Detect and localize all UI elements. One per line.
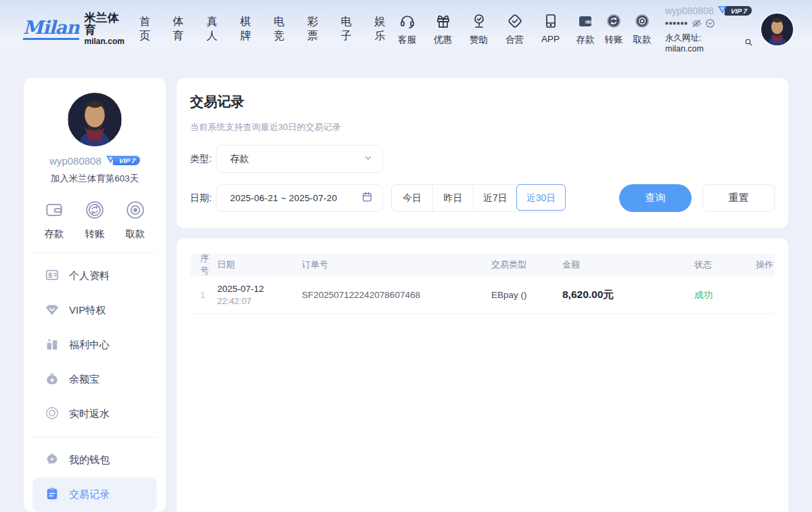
sidebar-item-label: 实时返水: [69, 408, 110, 421]
logo-script: Milan: [23, 18, 79, 40]
site-row: 永久网址: milan.com: [665, 33, 753, 54]
nav-cards[interactable]: 棋牌: [240, 15, 258, 43]
transactions-table-card: 序号 日期 订单号 交易类型 金额 状态 操作 1 2025-07-12 22:…: [177, 238, 788, 512]
medal-icon: [471, 13, 487, 32]
service-label: 合营: [505, 34, 524, 46]
sidebar-item-benefits[interactable]: 福利中心: [32, 328, 157, 362]
withdraw-button[interactable]: 取款: [629, 13, 656, 46]
range-7days-button[interactable]: 近7日: [473, 185, 517, 211]
sidebar: wyp080808 VIP 7 加入米兰体育第603天 存款 转账: [24, 78, 166, 512]
type-select-value: 存款: [230, 153, 363, 165]
chevron-down-icon: [363, 153, 373, 165]
gift-icon: [435, 13, 451, 32]
nav-live[interactable]: 真人: [206, 15, 225, 43]
avatar[interactable]: [761, 14, 793, 45]
deposit-button[interactable]: 存款: [572, 13, 599, 46]
page-subtitle: 当前系统支持查询最近30日的交易记录: [190, 121, 775, 133]
nav-slots[interactable]: 电子: [341, 15, 359, 43]
wallet-icon-group: 存款 转账 取款: [572, 13, 656, 46]
nav-esports[interactable]: 电竞: [273, 15, 292, 43]
main-nav: 首页 体育 真人 棋牌 电竞 彩票 电子 娱乐: [139, 15, 392, 43]
sidebar-item-transactions[interactable]: 交易记录: [32, 477, 157, 512]
row-time: 22:42:07: [217, 296, 298, 306]
sidebar-item-label: 个人资料: [69, 270, 110, 282]
status-badge: 成功: [694, 289, 748, 301]
sidebar-item-label: 福利中心: [69, 339, 110, 351]
chevron-circle-icon[interactable]: [705, 18, 715, 31]
sidebar-menu: 个人资料 VIP特权 福利中心 余额宝 实时返水: [32, 253, 157, 512]
reset-button[interactable]: 重置: [702, 184, 775, 212]
row-index: 1: [190, 290, 217, 300]
service-label: 赞助: [470, 34, 488, 46]
app-download-button[interactable]: APP: [536, 13, 565, 46]
permanent-url-label: 永久网址: milan.com: [665, 33, 741, 54]
vip-level-label: VIP 7: [112, 156, 141, 165]
phone-icon: [543, 13, 559, 32]
withdraw-icon: [634, 13, 650, 32]
filter-card: 交易记录 当前系统支持查询最近30日的交易记录 类型: 存款 日期: 2025-…: [177, 78, 788, 228]
vip-badge: VIP 7: [717, 5, 752, 17]
type-select[interactable]: 存款: [216, 145, 383, 173]
sponsor-button[interactable]: 赞助: [464, 13, 493, 46]
row-transaction-type: EBpay (): [491, 290, 562, 300]
affiliate-button[interactable]: 合营: [500, 13, 529, 46]
service-label: APP: [541, 34, 560, 44]
sidebar-item-profile[interactable]: 个人资料: [32, 259, 157, 293]
nav-sports[interactable]: 体育: [173, 15, 191, 43]
wallet-label: 转账: [605, 34, 623, 46]
range-today-button[interactable]: 今日: [392, 185, 432, 211]
sidebar-item-wallet[interactable]: 我的钱包: [32, 443, 157, 477]
date-range-value: 2025-06-21 ~ 2025-07-20: [230, 193, 361, 203]
main-content: 交易记录 当前系统支持查询最近30日的交易记录 类型: 存款 日期: 2025-…: [177, 78, 788, 512]
vip-level-label: VIP 7: [724, 6, 752, 16]
promotions-button[interactable]: 优惠: [428, 13, 457, 46]
transfer-icon: [606, 13, 622, 32]
vip-gem-icon: [45, 302, 60, 320]
transfer-button[interactable]: 转账: [600, 13, 627, 46]
nav-home[interactable]: 首页: [139, 15, 158, 43]
wallet-label: 存款: [577, 34, 595, 46]
quick-action-label: 取款: [126, 228, 145, 240]
range-30days-button[interactable]: 近30日: [516, 184, 566, 211]
quick-action-label: 转账: [85, 228, 105, 240]
withdraw-icon: [125, 200, 145, 223]
sidebar-deposit-button[interactable]: 存款: [44, 200, 64, 240]
sidebar-transfer-button[interactable]: 转账: [85, 200, 105, 240]
date-range-input[interactable]: 2025-06-21 ~ 2025-07-20: [216, 184, 383, 212]
user-name-row[interactable]: wyp080808 VIP 7: [665, 5, 753, 17]
sidebar-user-row: wyp080808 VIP 7: [49, 154, 140, 167]
sidebar-divider: [32, 437, 157, 438]
logo-domain: milan.com: [85, 37, 125, 46]
username: wyp080808: [665, 5, 714, 16]
logo-cn: 米兰体育: [85, 12, 125, 37]
logo[interactable]: Milan 米兰体育 milan.com: [23, 12, 125, 47]
range-yesterday-button[interactable]: 昨日: [432, 185, 473, 211]
col-header-action: 操作: [748, 259, 775, 271]
sidebar-avatar[interactable]: [68, 93, 122, 146]
sidebar-withdraw-button[interactable]: 取款: [125, 200, 145, 240]
customer-service-button[interactable]: 客服: [392, 13, 422, 46]
sidebar-item-vip[interactable]: VIP特权: [32, 293, 157, 328]
search-button[interactable]: 查询: [619, 184, 692, 212]
type-filter-row: 类型: 存款: [190, 145, 775, 173]
service-icon-group: 客服 优惠 赞助 合营 APP: [392, 13, 565, 46]
topbar: Milan 米兰体育 milan.com 首页 体育 真人 棋牌 电竞 彩票 电…: [0, 0, 812, 58]
join-days-label: 加入米兰体育第603天: [51, 173, 139, 185]
nav-casino[interactable]: 娱乐: [374, 15, 392, 43]
clipboard-icon: [45, 486, 60, 504]
service-label: 优惠: [434, 34, 452, 46]
table-header-row: 序号 日期 订单号 交易类型 金额 状态 操作: [190, 253, 775, 276]
logo-text: 米兰体育 milan.com: [85, 12, 125, 47]
eye-off-icon[interactable]: [692, 18, 702, 31]
nav-lottery[interactable]: 彩票: [307, 15, 325, 43]
sidebar-item-rebate[interactable]: 实时返水: [32, 397, 157, 431]
vip-gem-icon: [106, 154, 116, 167]
date-filter-row: 日期: 2025-06-21 ~ 2025-07-20 今日 昨日 近7日 近3…: [190, 184, 775, 212]
sidebar-item-yuebao[interactable]: 余额宝: [32, 362, 157, 397]
user-block: wyp080808 VIP 7 ****** 永久网址: milan.com: [665, 5, 753, 54]
money-bag-icon: [45, 371, 60, 389]
wallet-label: 取款: [633, 34, 652, 46]
sidebar-vip-badge: VIP 7: [106, 154, 140, 167]
id-card-icon: [45, 268, 60, 285]
magnifier-icon[interactable]: [744, 37, 753, 49]
